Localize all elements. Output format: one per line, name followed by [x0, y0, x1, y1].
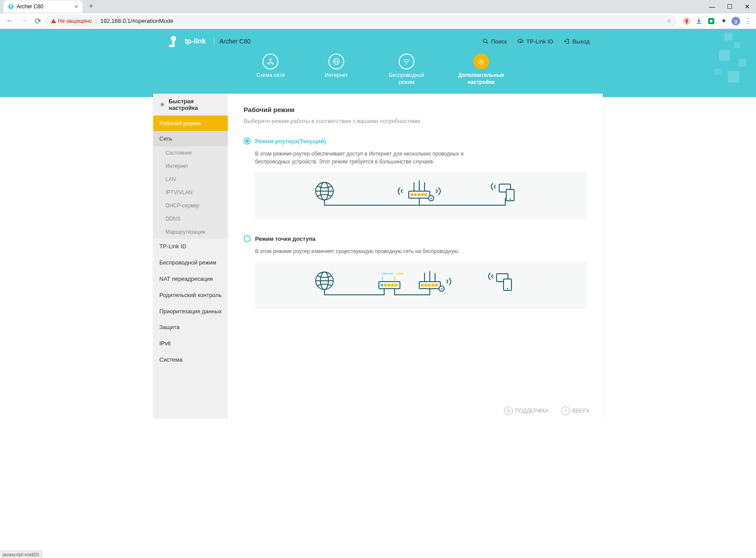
sidebar-ipv6[interactable]: IPv6	[153, 336, 228, 352]
logout-action[interactable]: Выход	[564, 38, 590, 45]
sidebar-network[interactable]: Сеть	[153, 131, 228, 146]
svg-rect-48	[384, 284, 387, 286]
reload-button[interactable]: ⟳	[32, 15, 44, 27]
sidebar-sub-ddns[interactable]: DDNS	[153, 212, 228, 225]
new-tab-button[interactable]: +	[86, 2, 96, 11]
profile-avatar[interactable]: g	[731, 17, 740, 25]
main-panel: Рабочий режим Выберите режим работы в со…	[228, 94, 603, 419]
radio-router-mode[interactable]	[244, 138, 251, 145]
ext-green-icon[interactable]	[707, 17, 716, 25]
svg-rect-50	[391, 284, 394, 286]
svg-rect-51	[395, 284, 397, 286]
radio-ap-mode[interactable]	[244, 235, 251, 242]
tab-favicon	[8, 4, 14, 10]
browser-toolbar: ← → ⟳ Не защищено | 192.168.0.1/#operati…	[0, 13, 756, 29]
tab-label: Интернет	[325, 72, 348, 79]
sb-label: Быстрая настройка	[169, 98, 222, 111]
svg-rect-20	[724, 33, 732, 40]
svg-rect-60	[428, 284, 431, 286]
bookmark-star-icon[interactable]: ☆	[666, 18, 672, 24]
top-button[interactable]: ВВЕРХ	[561, 406, 590, 415]
sidebar-security[interactable]: Защита	[153, 319, 228, 336]
sidebar-system[interactable]: Система	[153, 352, 228, 368]
ext-opera-icon[interactable]	[682, 17, 691, 25]
svg-rect-49	[388, 284, 390, 286]
page-footer: ПОДДЕРЖКА ВВЕРХ	[504, 406, 590, 415]
sidebar-sub-internet[interactable]: Интернет	[153, 159, 228, 173]
gear-icon	[159, 101, 165, 108]
svg-rect-59	[425, 284, 427, 286]
minimize-button[interactable]: —	[703, 0, 721, 13]
svg-rect-9	[169, 45, 174, 47]
account-label: TP-Link ID	[526, 38, 553, 45]
tab-internet[interactable]: Интернет	[317, 54, 356, 86]
sidebar-sub-routing[interactable]: Маршрутизация	[153, 225, 228, 239]
svg-rect-34	[410, 193, 413, 196]
mode-ap-desc: В этом режиме роутер изменяет существующ…	[255, 247, 479, 255]
maximize-button[interactable]: ☐	[721, 0, 738, 13]
cloud-icon	[518, 38, 524, 44]
svg-rect-36	[418, 193, 420, 196]
diag-label-internet: Internet	[382, 272, 394, 275]
forward-button[interactable]: →	[18, 15, 30, 27]
tab-title: Archer C80	[17, 4, 43, 10]
insecure-label: Не защищено	[58, 18, 92, 24]
main-tabs: Схема сети Интернет Беспроводной режим Д…	[0, 54, 756, 86]
sidebar: Быстрая настройка Рабочий режим Сеть Сос…	[153, 94, 228, 419]
globe-icon	[332, 58, 340, 65]
window-controls: — ☐ ✕	[703, 0, 756, 13]
ap-mode-diagram: Internet LAN	[255, 261, 587, 309]
sidebar-sub-iptv[interactable]: IPTV/VLAN	[153, 186, 228, 199]
sidebar-nat[interactable]: NAT переадресация	[153, 271, 228, 287]
support-button[interactable]: ПОДДЕРЖКА	[504, 406, 549, 415]
tab-label: Схема сети	[256, 72, 284, 79]
tab-close-icon[interactable]: ×	[75, 3, 78, 10]
sidebar-sub-dhcp[interactable]: DHCP-сервер	[153, 199, 228, 212]
gear-icon	[477, 58, 485, 65]
browser-menu-icon[interactable]: ⋮	[744, 17, 752, 25]
app-header: tp-link Archer C80 Поиск TP-Link ID Выхо…	[0, 29, 756, 97]
support-label: ПОДДЕРЖКА	[515, 408, 549, 414]
sidebar-sub-lan[interactable]: LAN	[153, 173, 228, 186]
ext-puzzle-icon[interactable]: ✦	[719, 17, 728, 25]
close-window-button[interactable]: ✕	[738, 0, 756, 13]
svg-rect-47	[381, 284, 383, 286]
account-action[interactable]: TP-Link ID	[518, 38, 553, 45]
wifi-icon	[403, 58, 410, 65]
insecure-badge: Не защищено	[51, 18, 92, 24]
arrow-up-icon	[561, 406, 570, 415]
model-label: Archer C80	[214, 38, 251, 45]
tab-wireless[interactable]: Беспроводной режим	[382, 54, 431, 86]
router-mode-diagram	[255, 172, 587, 219]
sidebar-operation-mode[interactable]: Рабочий режим	[153, 116, 228, 131]
browser-tab[interactable]: Archer C80 ×	[4, 0, 83, 13]
headset-icon	[504, 406, 513, 415]
sidebar-qos[interactable]: Приоритезация данных	[153, 304, 228, 320]
svg-line-11	[486, 42, 488, 44]
svg-point-12	[270, 58, 272, 61]
search-action[interactable]: Поиск	[482, 38, 507, 45]
tab-network-map[interactable]: Схема сети	[251, 54, 290, 86]
sidebar-quick-setup[interactable]: Быстрая настройка	[153, 94, 228, 116]
sidebar-parental[interactable]: Родительский контроль	[153, 287, 228, 304]
sidebar-sub-status[interactable]: Состояние	[153, 146, 228, 159]
brand-logo: tp-link Archer C80	[166, 34, 251, 48]
logout-icon	[564, 38, 570, 44]
svg-point-18	[406, 64, 407, 65]
svg-point-26	[162, 104, 163, 105]
svg-point-10	[483, 39, 486, 43]
mode-router-option: Режим роутера(Текущий) В этом режиме роу…	[244, 138, 587, 219]
sidebar-wireless[interactable]: Беспроводной режим	[153, 255, 228, 271]
svg-rect-38	[425, 193, 427, 196]
sidebar-tplink-id[interactable]: TP-Link ID	[153, 239, 228, 255]
back-button[interactable]: ←	[4, 15, 16, 27]
ext-download-icon[interactable]	[695, 17, 703, 25]
svg-rect-37	[421, 193, 424, 196]
diag-label-lan: LAN	[396, 272, 403, 275]
search-label: Поиск	[491, 38, 507, 45]
tab-advanced[interactable]: Дополнительные настройки	[457, 54, 505, 86]
address-bar[interactable]: Не защищено | 192.168.0.1/#operationMode…	[46, 15, 677, 27]
extensions-area: ✦ g ⋮	[679, 17, 752, 25]
panel-subtitle: Выберите режим работы в соответствии с в…	[244, 118, 587, 124]
svg-rect-62	[435, 284, 438, 286]
